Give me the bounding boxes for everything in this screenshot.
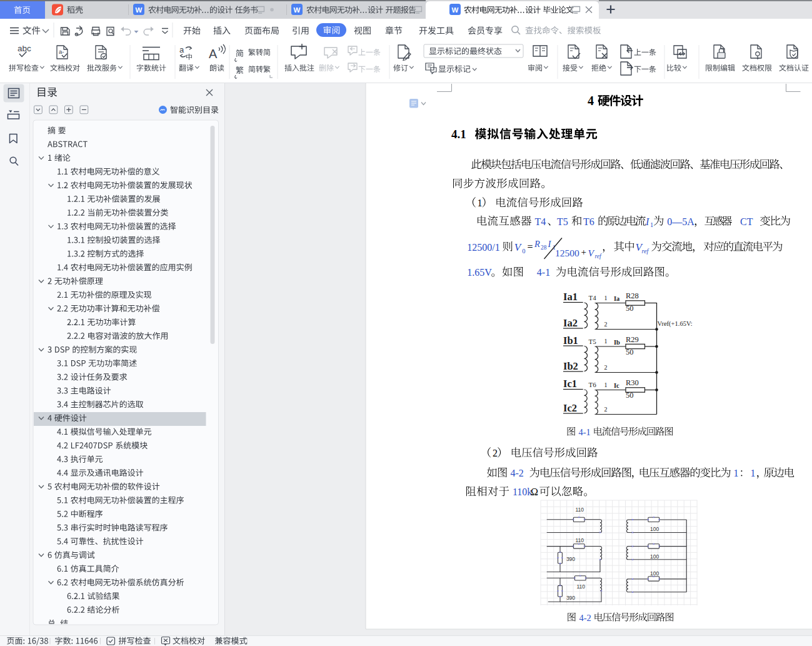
svg-text:12500/1: 12500/1 <box>467 242 499 253</box>
svg-text:T6: T6 <box>589 381 597 388</box>
svg-text:1.65V: 1.65V <box>467 267 492 278</box>
svg-text:A: A <box>209 47 218 61</box>
svg-text:I: I <box>645 216 649 227</box>
svg-text:4-2: 4-2 <box>511 468 524 478</box>
svg-text:50: 50 <box>626 348 634 356</box>
svg-text:1: 1 <box>650 221 653 228</box>
svg-text:12500: 12500 <box>555 248 579 258</box>
svg-text:1: 1 <box>751 468 756 478</box>
svg-text:Ic2: Ic2 <box>563 402 577 414</box>
svg-text:0—5A: 0—5A <box>667 216 694 227</box>
svg-text:110: 110 <box>577 583 586 590</box>
svg-text:V: V <box>588 248 595 258</box>
svg-text:100: 100 <box>650 570 659 577</box>
svg-text:390: 390 <box>566 556 575 562</box>
svg-text:T4: T4 <box>589 294 597 301</box>
svg-text:ref: ref <box>642 248 649 255</box>
svg-text:390: 390 <box>566 595 575 601</box>
svg-text:abc: abc <box>18 44 31 53</box>
svg-text:Ia1: Ia1 <box>563 291 578 303</box>
svg-text:2: 2 <box>604 364 608 371</box>
svg-text:+: + <box>581 247 586 257</box>
svg-text:Ω: Ω <box>531 487 538 497</box>
svg-text:4-1: 4-1 <box>537 267 550 278</box>
svg-text:Ib2: Ib2 <box>563 360 578 372</box>
svg-text:R29: R29 <box>626 335 639 344</box>
svg-text:R28: R28 <box>626 291 639 300</box>
svg-text:T4: T4 <box>535 216 546 227</box>
svg-text:100: 100 <box>650 526 659 532</box>
svg-text:Ib: Ib <box>614 339 620 346</box>
svg-text:Ic1: Ic1 <box>563 378 577 390</box>
svg-text:=: = <box>528 241 533 252</box>
svg-text:100: 100 <box>650 553 659 560</box>
svg-text:Ia2: Ia2 <box>563 317 578 329</box>
svg-text:W: W <box>294 6 301 14</box>
svg-text:2: 2 <box>604 321 608 328</box>
svg-text:1: 1 <box>734 468 739 478</box>
svg-text:2: 2 <box>493 448 498 458</box>
svg-text:T5: T5 <box>557 216 568 227</box>
svg-text:4.1: 4.1 <box>451 128 466 141</box>
svg-text:ref: ref <box>595 253 603 260</box>
svg-text:a-: a- <box>59 48 64 55</box>
svg-text:110k: 110k <box>513 487 532 497</box>
svg-text:4: 4 <box>588 94 594 108</box>
svg-text:Vref(+1.65V:: Vref(+1.65V: <box>658 320 693 328</box>
svg-text:Ic: Ic <box>614 382 619 389</box>
svg-text:CT: CT <box>740 216 753 227</box>
svg-text:1: 1 <box>604 381 608 388</box>
svg-text:110: 110 <box>576 537 584 543</box>
svg-text:110: 110 <box>576 507 584 513</box>
svg-text:4-1: 4-1 <box>579 427 591 437</box>
svg-text:0: 0 <box>522 248 525 255</box>
svg-text:W: W <box>136 6 143 14</box>
svg-text:1: 1 <box>604 338 608 345</box>
svg-text:W: W <box>452 6 459 14</box>
svg-text:R30: R30 <box>626 378 639 387</box>
svg-text:Ia: Ia <box>614 295 620 302</box>
svg-text:2: 2 <box>604 406 608 413</box>
svg-text:Ib1: Ib1 <box>563 335 578 346</box>
svg-text:R: R <box>534 239 540 249</box>
svg-text:a: a <box>179 45 184 54</box>
svg-text:50: 50 <box>626 391 634 400</box>
svg-text:T5: T5 <box>589 338 597 345</box>
svg-text:4-2: 4-2 <box>579 613 591 623</box>
svg-text:1: 1 <box>478 198 483 208</box>
svg-text:28: 28 <box>541 245 547 251</box>
svg-text:1: 1 <box>604 295 608 301</box>
svg-text:50: 50 <box>626 304 634 313</box>
svg-text:T6: T6 <box>583 216 594 227</box>
